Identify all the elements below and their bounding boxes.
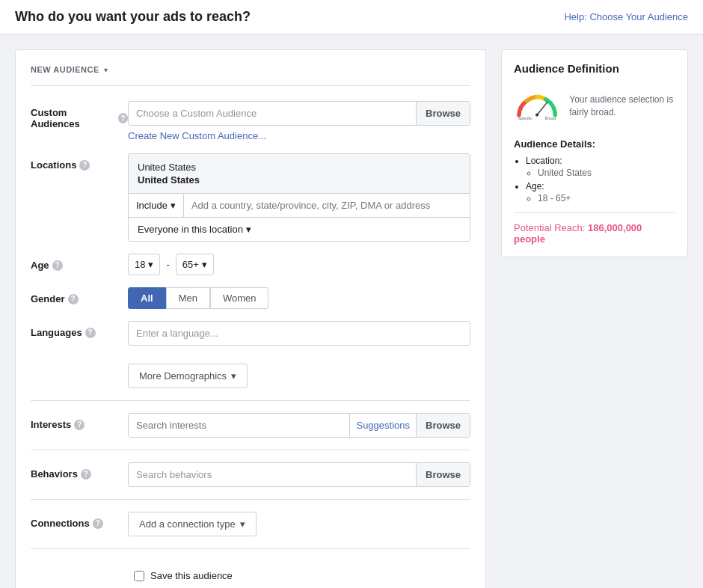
- age-to-value: 65+: [182, 259, 199, 270]
- behaviors-row: Behaviors ? Browse: [31, 462, 470, 487]
- save-audience-checkbox[interactable]: [134, 571, 144, 581]
- behaviors-input-container: Browse: [128, 462, 470, 487]
- include-label: Include: [136, 200, 168, 211]
- custom-audiences-field: Browse Create New Custom Audience...: [128, 101, 470, 141]
- age-from-select[interactable]: 18 ▾: [128, 254, 160, 275]
- age-row: Age ? 18 ▾ - 65+ ▾: [31, 254, 470, 275]
- behaviors-info-icon[interactable]: ?: [81, 469, 91, 480]
- gender-women-button[interactable]: Women: [210, 287, 269, 309]
- age-to-dropdown-icon: ▾: [202, 259, 207, 270]
- left-panel: NEW AUDIENCE ▾ Custom Audiences ? Browse…: [15, 49, 486, 588]
- interests-info-icon[interactable]: ?: [74, 420, 85, 430]
- divider-2: [31, 450, 470, 450]
- location-sublist: United States: [526, 168, 675, 178]
- location-detail-value: United States: [538, 168, 675, 178]
- gender-field: All Men Women: [128, 287, 470, 309]
- locations-field: United States United States Include ▾ Ev…: [128, 153, 470, 242]
- more-demographics-field: More Demographics ▾: [128, 358, 470, 388]
- behaviors-label: Behaviors ?: [31, 462, 128, 480]
- custom-audiences-label: Custom Audiences ?: [31, 101, 128, 129]
- add-connection-dropdown-icon: ▾: [240, 518, 245, 530]
- everyone-in-location-button[interactable]: Everyone in this location ▾: [129, 217, 470, 241]
- more-demographics-spacer: [31, 358, 128, 364]
- potential-reach: Potential Reach: 186,000,000 people: [514, 222, 675, 245]
- gauge-chart: Specific Broad: [514, 85, 560, 126]
- interests-suggestions-link[interactable]: Suggestions: [349, 414, 416, 437]
- age-label: Age ?: [31, 254, 128, 271]
- languages-label: Languages ?: [31, 321, 128, 338]
- audience-definition-card: Audience Definition: [501, 49, 688, 257]
- location-box: United States United States Include ▾ Ev…: [128, 153, 470, 242]
- everyone-label: Everyone in this location: [138, 224, 243, 235]
- new-audience-bar: NEW AUDIENCE ▾: [31, 65, 470, 86]
- divider-3: [31, 499, 470, 500]
- page-title: Who do you want your ads to reach?: [15, 9, 251, 25]
- languages-field: [128, 321, 470, 346]
- behaviors-browse-button[interactable]: Browse: [416, 463, 470, 486]
- location-selected: United States United States: [129, 154, 470, 193]
- connections-info-icon[interactable]: ?: [93, 518, 103, 529]
- svg-point-1: [535, 114, 538, 117]
- custom-audiences-input[interactable]: [129, 102, 416, 125]
- svg-text:Specific: Specific: [518, 116, 533, 120]
- custom-audiences-browse-button[interactable]: Browse: [416, 102, 470, 125]
- custom-audiences-info-icon[interactable]: ?: [118, 113, 128, 123]
- audience-divider: [514, 212, 675, 213]
- more-demographics-button[interactable]: More Demographics ▾: [128, 364, 248, 388]
- age-info-icon[interactable]: ?: [52, 260, 63, 271]
- right-panel: Audience Definition: [501, 49, 688, 588]
- location-input-row: Include ▾: [129, 193, 470, 217]
- interests-label: Interests ?: [31, 413, 128, 430]
- behaviors-field: Browse: [128, 462, 470, 487]
- languages-info-icon[interactable]: ?: [85, 328, 96, 338]
- age-sublist: 18 - 65+: [526, 193, 675, 203]
- behaviors-search-input[interactable]: [129, 463, 416, 486]
- new-audience-label: NEW AUDIENCE: [31, 65, 99, 74]
- create-custom-audience-link[interactable]: Create New Custom Audience...: [128, 130, 266, 141]
- age-detail-value: 18 - 65+: [538, 193, 675, 203]
- interests-search-input[interactable]: [129, 414, 349, 437]
- age-selector-row: 18 ▾ - 65+ ▾: [128, 254, 470, 275]
- page-wrapper: Who do you want your ads to reach? Help:…: [0, 0, 703, 588]
- gauge-container: Specific Broad Your audience selection i…: [514, 85, 675, 126]
- main-content: NEW AUDIENCE ▾ Custom Audiences ? Browse…: [0, 34, 703, 588]
- languages-input[interactable]: [129, 322, 470, 345]
- audience-details-title: Audience Details:: [514, 138, 675, 150]
- locations-info-icon[interactable]: ?: [79, 160, 90, 171]
- new-audience-dropdown-icon[interactable]: ▾: [104, 66, 108, 74]
- svg-line-0: [537, 102, 547, 114]
- connections-field: Add a connection type ▾: [128, 512, 470, 536]
- location-detail-label: Location:: [526, 156, 562, 166]
- languages-input-container: [128, 321, 470, 346]
- include-button[interactable]: Include ▾: [129, 194, 184, 217]
- interests-browse-button[interactable]: Browse: [416, 414, 470, 437]
- location-name-main: United States: [138, 162, 461, 173]
- add-connection-label: Add a connection type: [139, 518, 236, 530]
- gender-row: Gender ? All Men Women: [31, 287, 470, 309]
- gender-men-button[interactable]: Men: [166, 287, 210, 309]
- more-demographics-label: More Demographics: [139, 370, 227, 382]
- help-link[interactable]: Help: Choose Your Audience: [564, 11, 688, 22]
- interests-input-container: Suggestions Browse: [128, 413, 470, 438]
- gender-all-button[interactable]: All: [128, 287, 166, 309]
- audience-details-list: Location: United States Age: 18 - 65+: [514, 156, 675, 203]
- age-detail-label: Age:: [526, 181, 544, 192]
- locations-label: Locations ?: [31, 153, 128, 171]
- audience-definition-title: Audience Definition: [514, 62, 675, 75]
- divider-4: [31, 548, 470, 549]
- gender-label: Gender ?: [31, 287, 128, 304]
- more-demographics-row: More Demographics ▾: [31, 358, 470, 388]
- include-dropdown-icon: ▾: [171, 200, 176, 211]
- gender-info-icon[interactable]: ?: [68, 294, 79, 304]
- save-audience-label: Save this audience: [150, 570, 233, 581]
- add-connection-button[interactable]: Add a connection type ▾: [128, 512, 257, 536]
- age-field: 18 ▾ - 65+ ▾: [128, 254, 470, 275]
- location-search-input[interactable]: [184, 194, 470, 217]
- age-from-dropdown-icon: ▾: [148, 259, 153, 270]
- audience-detail-location: Location: United States: [526, 156, 675, 178]
- save-audience-row: Save this audience: [31, 561, 470, 588]
- interests-row: Interests ? Suggestions Browse: [31, 413, 470, 438]
- age-to-select[interactable]: 65+ ▾: [176, 254, 214, 275]
- age-from-value: 18: [135, 259, 145, 270]
- svg-text:Broad: Broad: [544, 116, 556, 120]
